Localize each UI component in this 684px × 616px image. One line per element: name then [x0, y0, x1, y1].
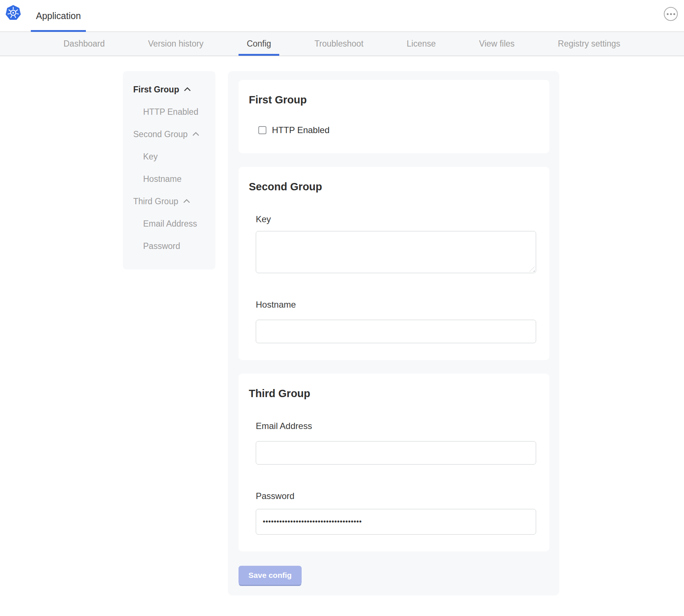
sidebar-item-key[interactable]: Key — [123, 146, 215, 168]
tab-view-files[interactable]: View files — [479, 32, 515, 56]
group-title: First Group — [239, 80, 549, 106]
first-group-card: First Group HTTP Enabled — [239, 80, 549, 153]
sidebar-item-http-enabled[interactable]: HTTP Enabled — [123, 101, 215, 123]
sidebar-item-second-group[interactable]: Second Group — [123, 123, 215, 146]
tab-registry-settings[interactable]: Registry settings — [558, 32, 620, 56]
password-label: Password — [256, 491, 532, 501]
http-enabled-checkbox[interactable] — [258, 126, 266, 134]
sidebar-item-label: Second Group — [133, 129, 188, 139]
config-group-sidebar: First Group HTTP Enabled Second Group Ke… — [123, 71, 215, 270]
save-config-button[interactable]: Save config — [239, 566, 302, 585]
group-title: Second Group — [239, 167, 549, 193]
password-input[interactable] — [256, 509, 536, 535]
kubernetes-logo-icon — [5, 4, 21, 21]
hostname-label: Hostname — [256, 300, 532, 310]
sidebar-item-label: Hostname — [143, 174, 182, 184]
sidebar-item-hostname[interactable]: Hostname — [123, 168, 215, 190]
email-address-input[interactable] — [256, 441, 536, 465]
http-enabled-row: HTTP Enabled — [258, 125, 549, 135]
second-group-card: Second Group Key Hostname — [239, 167, 549, 360]
sidebar-item-label: Password — [143, 241, 180, 251]
sidebar-item-label: First Group — [133, 85, 179, 95]
chevron-up-icon — [184, 87, 191, 94]
sidebar-item-password[interactable]: Password — [123, 235, 215, 257]
tab-license[interactable]: License — [407, 32, 436, 56]
sidebar-item-label: Third Group — [133, 197, 178, 206]
sidebar-item-label: Email Address — [143, 219, 197, 229]
top-bar: Application — [0, 0, 684, 32]
http-enabled-label[interactable]: HTTP Enabled — [272, 125, 330, 135]
sidebar-item-email-address[interactable]: Email Address — [123, 213, 215, 235]
sidebar-item-first-group[interactable]: First Group — [123, 78, 215, 101]
key-textarea[interactable] — [256, 231, 536, 273]
chevron-up-icon — [183, 199, 190, 205]
key-label: Key — [256, 214, 532, 224]
third-group-card: Third Group Email Address Password — [239, 374, 549, 551]
config-panel: First Group HTTP Enabled Second Group Ke… — [228, 71, 559, 595]
group-title: Third Group — [239, 374, 549, 400]
application-tab[interactable]: Application — [31, 0, 86, 32]
overflow-menu-button[interactable] — [664, 7, 678, 21]
hostname-input[interactable] — [256, 320, 536, 343]
sidebar-item-label: Key — [143, 152, 158, 162]
tab-config[interactable]: Config — [247, 32, 271, 56]
key-textarea-wrap — [256, 231, 536, 273]
ellipsis-icon — [667, 13, 669, 15]
section-tab-bar: Dashboard Version history Config Trouble… — [0, 32, 684, 56]
key-field-block: Key Hostname — [256, 214, 532, 343]
email-address-label: Email Address — [256, 421, 532, 431]
sidebar-item-third-group[interactable]: Third Group — [123, 190, 215, 213]
tab-version-history[interactable]: Version history — [148, 32, 204, 56]
ellipsis-icon — [670, 13, 672, 15]
tab-troubleshoot[interactable]: Troubleshoot — [314, 32, 363, 56]
chevron-up-icon — [193, 132, 199, 138]
sidebar-item-label: HTTP Enabled — [143, 107, 198, 117]
application-tab-label: Application — [36, 11, 81, 21]
third-group-fields: Email Address Password — [256, 421, 532, 534]
ellipsis-icon — [673, 13, 675, 15]
tab-dashboard[interactable]: Dashboard — [63, 32, 105, 56]
